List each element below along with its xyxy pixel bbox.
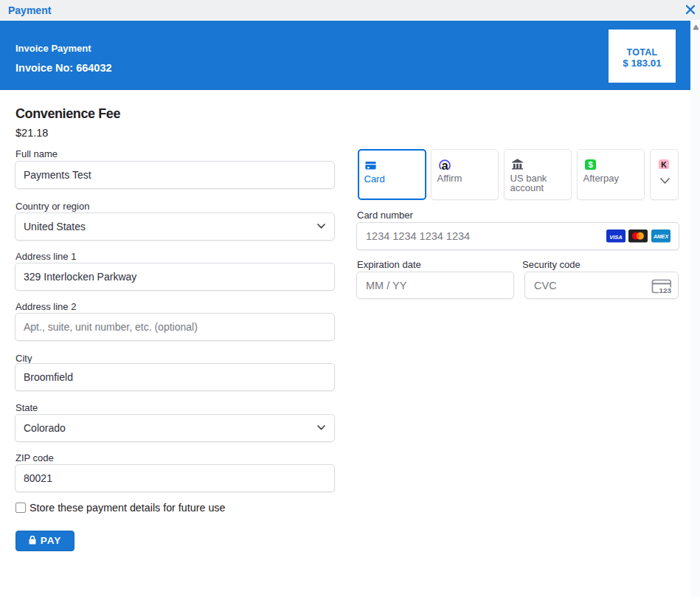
svg-text:123: 123 xyxy=(659,286,672,294)
svg-text:$: $ xyxy=(588,160,593,169)
svg-text:a: a xyxy=(441,159,448,170)
svg-text:AMEX: AMEX xyxy=(653,234,670,239)
svg-text:K: K xyxy=(661,159,667,168)
svg-text:VISA: VISA xyxy=(609,234,623,241)
